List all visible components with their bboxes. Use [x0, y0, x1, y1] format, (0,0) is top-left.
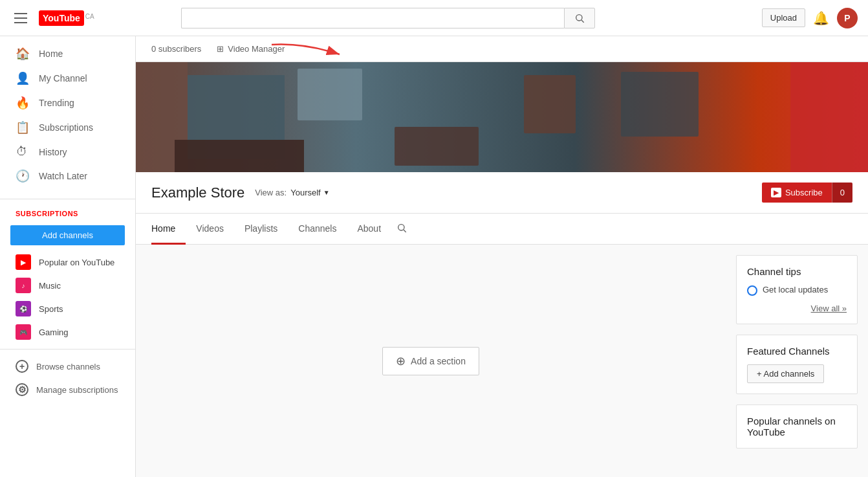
view-as-value: Yourself [290, 188, 321, 197]
upload-button[interactable]: Upload [762, 8, 805, 27]
right-panel: Channel tips Get local updates View all … [726, 245, 868, 477]
sports-label: Sports [39, 304, 63, 314]
banner-decoration-1 [298, 69, 362, 120]
banner-floor [175, 140, 304, 172]
notifications-bell-icon[interactable]: 🔔 [813, 10, 829, 26]
sidebar-item-home[interactable]: 🏠 Home [0, 41, 135, 66]
add-section-button[interactable]: ⊕ Add a section [382, 347, 479, 375]
sidebar-item-history[interactable]: ⏱ History [0, 140, 135, 164]
trending-icon: 🔥 [16, 96, 28, 110]
subscribe-button[interactable]: ▶ Subscribe 0 [762, 183, 852, 203]
hamburger-menu[interactable] [10, 9, 31, 27]
chevron-down-icon: ▼ [323, 189, 330, 196]
channel-name: Example Store [151, 184, 244, 201]
sidebar-divider-2 [0, 349, 135, 349]
channel-sub-bar: 0 subscribers ⊞ Video Manager [136, 36, 868, 62]
featured-channels-card: Featured Channels + Add channels [736, 335, 858, 394]
channel-tips-title: Channel tips [747, 266, 847, 277]
sidebar-item-gaming[interactable]: 🎮 Gaming [0, 320, 135, 344]
sidebar-item-watch-later[interactable]: 🕐 Watch Later [0, 164, 135, 188]
topnav-right: Upload 🔔 P [762, 8, 858, 28]
banner-decoration-2 [395, 127, 479, 166]
popular-icon: ▶ [16, 254, 31, 270]
svg-line-4 [404, 230, 406, 232]
banner-decoration-4 [621, 72, 699, 137]
channel-tabs: Home Videos Playlists Channels About [136, 214, 868, 245]
tab-about[interactable]: About [347, 214, 391, 245]
banner-decoration-3 [524, 75, 576, 133]
manage-subscriptions-icon: ⚙ [16, 383, 28, 396]
tab-home[interactable]: Home [151, 214, 186, 245]
sidebar-item-watch-later-label: Watch Later [39, 171, 87, 181]
sidebar-item-manage-subscriptions[interactable]: ⚙ Manage subscriptions [0, 378, 135, 401]
add-channels-button[interactable]: Add channels [10, 225, 125, 245]
search-small-icon [396, 223, 407, 233]
tab-videos[interactable]: Videos [186, 214, 234, 245]
sidebar-item-trending[interactable]: 🔥 Trending [0, 91, 135, 115]
view-as-dropdown[interactable]: Yourself ▼ [290, 188, 329, 197]
view-as-label: View as: [255, 188, 287, 197]
sidebar: 🏠 Home 👤 My Channel 🔥 Trending 📋 Subscri… [0, 36, 136, 477]
search-input[interactable] [181, 8, 564, 28]
youtube-logo[interactable]: YouTube CA [39, 10, 94, 26]
subscribe-yt-logo: ▶ [771, 188, 781, 197]
sidebar-item-subscriptions[interactable]: 📋 Subscriptions [0, 115, 135, 140]
tip-item: Get local updates [747, 285, 847, 296]
channel-tips-card: Channel tips Get local updates View all … [736, 255, 858, 324]
subscribe-text: Subscribe [785, 188, 823, 197]
search-button[interactable] [564, 8, 595, 28]
gaming-icon: 🎮 [16, 324, 31, 340]
channel-content: ⊕ Add a section Channel tips Get local u… [136, 245, 868, 477]
home-icon: 🏠 [16, 47, 28, 61]
top-navigation: YouTube CA Upload 🔔 P [0, 0, 868, 36]
video-manager-icon: ⊞ [217, 44, 224, 54]
tip-circle-icon [747, 285, 757, 296]
svg-line-1 [581, 20, 584, 23]
sidebar-item-subscriptions-label: Subscriptions [39, 122, 93, 133]
manage-subscriptions-label: Manage subscriptions [36, 385, 118, 395]
subscribe-count: 0 [832, 183, 852, 203]
sidebar-item-music[interactable]: ♪ Music [0, 274, 135, 297]
sidebar-item-sports[interactable]: ⚽ Sports [0, 297, 135, 320]
search-icon [574, 13, 585, 23]
view-as: View as: Yourself ▼ [255, 188, 329, 197]
search-container [181, 8, 595, 28]
banner-bg [136, 62, 868, 172]
channel-main: ⊕ Add a section [136, 245, 726, 477]
add-section-label: Add a section [411, 356, 466, 366]
sidebar-item-history-label: History [39, 147, 67, 157]
subscriptions-icon: 📋 [16, 120, 28, 135]
banner-right-section [790, 62, 868, 172]
my-channel-icon: 👤 [16, 71, 28, 85]
popular-channels-title: Popular channels on YouTube [747, 416, 847, 438]
tab-search-icon[interactable] [391, 214, 412, 244]
subscriber-count: 0 subscribers [151, 44, 201, 54]
avatar[interactable]: P [837, 8, 858, 28]
sidebar-item-popular[interactable]: ▶ Popular on YouTube [0, 250, 135, 274]
video-manager-label: Video Manager [228, 44, 285, 54]
tab-playlists[interactable]: Playlists [234, 214, 288, 245]
sidebar-item-browse-channels[interactable]: + Browse channels [0, 355, 135, 378]
featured-channels-title: Featured Channels [747, 346, 847, 357]
content-area: 0 subscribers ⊞ Video Manager [136, 36, 868, 477]
sub-bar-container: 0 subscribers ⊞ Video Manager [136, 36, 868, 62]
gaming-label: Gaming [39, 327, 69, 337]
video-manager-link[interactable]: ⊞ Video Manager [217, 44, 285, 54]
popular-label: Popular on YouTube [39, 258, 114, 267]
watch-later-icon: 🕐 [16, 169, 28, 183]
sidebar-nav: 🏠 Home 👤 My Channel 🔥 Trending 📋 Subscri… [0, 36, 135, 194]
music-icon: ♪ [16, 278, 31, 293]
sidebar-item-home-label: Home [39, 49, 63, 59]
tip-text: Get local updates [763, 285, 828, 294]
channel-info-bar: Example Store View as: Yourself ▼ ▶ Subs… [136, 172, 868, 214]
add-channels-panel-button[interactable]: + Add channels [747, 364, 824, 383]
browse-channels-icon: + [16, 360, 28, 373]
channel-banner [136, 62, 868, 172]
logo-country: CA [85, 13, 94, 20]
sidebar-item-trending-label: Trending [39, 98, 74, 108]
tab-channels[interactable]: Channels [288, 214, 347, 245]
history-icon: ⏱ [16, 145, 28, 159]
view-all-link[interactable]: View all » [747, 304, 847, 313]
sidebar-item-my-channel[interactable]: 👤 My Channel [0, 66, 135, 91]
subscribe-label-inner: ▶ Subscribe [762, 183, 832, 203]
